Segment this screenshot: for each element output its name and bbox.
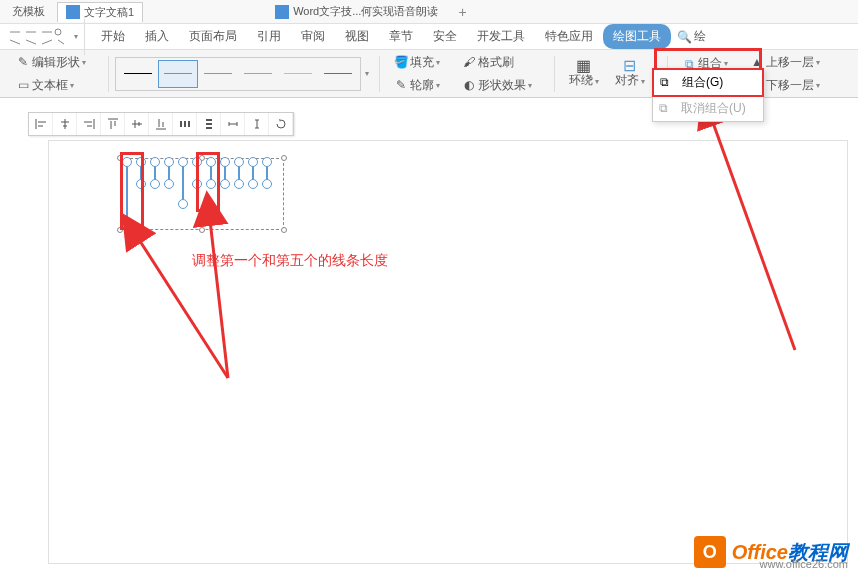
tab-page-layout[interactable]: 页面布局	[179, 24, 247, 49]
fill-group: 🪣 填充 ▾ ✎ 轮廓 ▾ 🖌 格式刷 ◐ 形状效果 ▾	[386, 52, 540, 96]
bring-forward-label: 上移一层	[766, 54, 814, 71]
watermark-logo: O	[694, 536, 726, 568]
caret-icon: ▾	[816, 81, 820, 90]
document-tab-2[interactable]: 文字文稿1	[57, 2, 143, 22]
align-center-h-button[interactable]	[53, 113, 77, 135]
ungroup-item-label: 取消组合(U)	[681, 100, 746, 117]
format-painter-button[interactable]: 🖌 格式刷	[456, 52, 538, 73]
svg-rect-2	[184, 121, 186, 127]
caret-icon: ▾	[528, 81, 532, 90]
distribute-h-button[interactable]	[173, 113, 197, 135]
line-shape-10[interactable]	[252, 162, 254, 184]
ungroup-icon: ⧉	[659, 101, 675, 117]
ungroup-menu-item: ⧉ 取消组合(U)	[653, 96, 763, 121]
wrap-label: 环绕	[569, 73, 593, 87]
line-style-3[interactable]	[198, 60, 238, 88]
selection-handle[interactable]	[199, 227, 205, 233]
separator	[554, 56, 555, 92]
selection-handle[interactable]	[281, 155, 287, 161]
equal-height-button[interactable]	[245, 113, 269, 135]
line-shape-5[interactable]	[182, 162, 184, 204]
line-style-1[interactable]	[118, 60, 158, 88]
line-style-5[interactable]	[278, 60, 318, 88]
tab-start[interactable]: 开始	[91, 24, 135, 49]
caret-icon: ▾	[70, 81, 74, 90]
effects-icon: ◐	[462, 78, 476, 92]
arrange-group: ▦ 环绕▾ ⊟ 对齐▾	[561, 56, 653, 91]
selection-handle[interactable]	[281, 227, 287, 233]
distribute-v-button[interactable]	[197, 113, 221, 135]
line-style-2[interactable]	[158, 60, 198, 88]
line-shape-9[interactable]	[238, 162, 240, 184]
tab-insert[interactable]: 插入	[135, 24, 179, 49]
ribbon-tabs: ▾ 开始 插入 页面布局 引用 审阅 视图 章节 安全 开发工具 特色应用 绘图…	[0, 24, 858, 50]
quick-shapes[interactable]	[8, 28, 66, 46]
align-top-button[interactable]	[101, 113, 125, 135]
group-dropdown: ⧉ 组合(G) ⧉ 取消组合(U)	[652, 68, 764, 122]
tab-view[interactable]: 视图	[335, 24, 379, 49]
svg-point-0	[55, 29, 61, 35]
align-icon: ⊟	[622, 58, 636, 72]
svg-rect-6	[206, 127, 212, 129]
line-style-6[interactable]	[318, 60, 358, 88]
caret-icon: ▾	[816, 58, 820, 67]
align-label: 对齐	[615, 73, 639, 87]
align-bottom-button[interactable]	[149, 113, 173, 135]
align-right-button[interactable]	[77, 113, 101, 135]
document-tab-1[interactable]: 充模板	[4, 2, 53, 21]
edit-group: ✎ 编辑形状 ▾ ▭ 文本框 ▾	[8, 52, 94, 96]
shape-effects-button[interactable]: ◐ 形状效果 ▾	[456, 75, 538, 96]
tab-label: 文字文稿1	[84, 5, 134, 20]
rotate-button[interactable]	[269, 113, 293, 135]
line-shape-8[interactable]	[224, 162, 226, 184]
tab-security[interactable]: 安全	[423, 24, 467, 49]
tab-label: 充模板	[12, 4, 45, 19]
send-backward-label: 下移一层	[766, 77, 814, 94]
align-left-button[interactable]	[29, 113, 53, 135]
text-box-button[interactable]: ▭ 文本框 ▾	[10, 75, 92, 96]
line-style-4[interactable]	[238, 60, 278, 88]
annotation-text: 调整第一个和第五个的线条长度	[192, 252, 388, 270]
fill-button[interactable]: 🪣 填充 ▾	[388, 52, 446, 73]
search-icon[interactable]: 🔍	[677, 30, 692, 44]
line-style-gallery[interactable]	[115, 57, 361, 91]
gallery-expand-icon[interactable]: ▾	[365, 69, 369, 78]
tab-reference[interactable]: 引用	[247, 24, 291, 49]
tab-section[interactable]: 章节	[379, 24, 423, 49]
tab-dev-tools[interactable]: 开发工具	[467, 24, 535, 49]
separator	[108, 56, 109, 92]
caret-icon: ▾	[436, 81, 440, 90]
format-painter-icon: 🖌	[462, 55, 476, 69]
shapes-expand-icon[interactable]: ▾	[74, 32, 78, 41]
line-shape-3[interactable]	[154, 162, 156, 184]
fill-label: 填充	[410, 54, 434, 71]
group-menu-item[interactable]: ⧉ 组合(G)	[652, 68, 764, 97]
line-shape-4[interactable]	[168, 162, 170, 184]
line-shape-11[interactable]	[266, 162, 268, 184]
format-painter-label: 格式刷	[478, 54, 514, 71]
search-text[interactable]: 绘	[692, 24, 716, 49]
svg-rect-5	[206, 123, 212, 125]
tab-label: Word文字技...何实现语音朗读	[293, 4, 438, 19]
document-tab-3[interactable]: Word文字技...何实现语音朗读	[267, 2, 446, 21]
edit-shape-button[interactable]: ✎ 编辑形状 ▾	[10, 52, 92, 73]
align-button[interactable]: ⊟ 对齐▾	[609, 56, 651, 91]
new-tab-button[interactable]: +	[458, 4, 466, 20]
group-icon: ⧉	[660, 75, 676, 91]
outline-button[interactable]: ✎ 轮廓 ▾	[388, 75, 446, 96]
doc-icon	[66, 5, 80, 19]
wrap-button[interactable]: ▦ 环绕▾	[563, 56, 605, 91]
text-box-icon: ▭	[16, 78, 30, 92]
watermark-url: www.office26.com	[760, 558, 848, 570]
fill-icon: 🪣	[394, 55, 408, 69]
svg-rect-3	[188, 121, 190, 127]
watermark: O Office教程网 www.office26.com	[694, 536, 848, 568]
align-middle-button[interactable]	[125, 113, 149, 135]
tab-special[interactable]: 特色应用	[535, 24, 603, 49]
tab-drawing-tools[interactable]: 绘图工具	[603, 24, 671, 49]
caret-icon: ▾	[82, 58, 86, 67]
doc-icon	[275, 5, 289, 19]
svg-rect-1	[180, 121, 182, 127]
equal-width-button[interactable]	[221, 113, 245, 135]
tab-review[interactable]: 审阅	[291, 24, 335, 49]
